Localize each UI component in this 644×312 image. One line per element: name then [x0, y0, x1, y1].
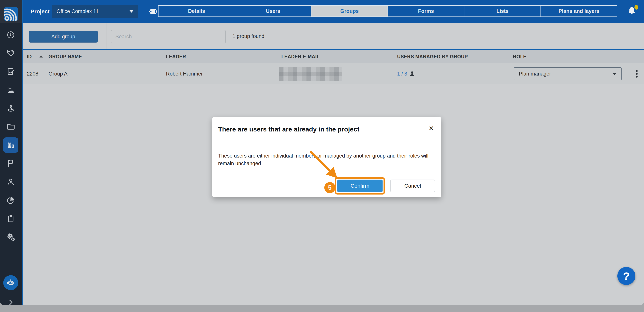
cell-group-name: Group A [48, 63, 68, 84]
pie-chart-icon [6, 196, 15, 205]
dashboard-icon [6, 30, 15, 39]
tab-forms[interactable]: Forms [388, 6, 464, 16]
column-header-leader-email[interactable]: LEADER E-MAIL [281, 50, 320, 63]
sidebar-item-issues[interactable] [3, 156, 18, 171]
tab-plans-and-layers[interactable]: Plans and layers [541, 6, 617, 16]
column-header-role[interactable]: ROLE [513, 50, 526, 63]
sidebar-expand-button[interactable] [7, 298, 14, 305]
notifications-button[interactable] [627, 6, 639, 18]
tags-icon [6, 49, 15, 58]
sidebar-item-documents[interactable] [3, 119, 18, 134]
app-logo-icon[interactable] [4, 7, 18, 21]
kebab-menu-icon [636, 70, 638, 72]
screen: Project Office Complex 11 Details Users … [0, 0, 644, 312]
document-edit-icon [6, 67, 15, 76]
sidebar-item-tags[interactable] [3, 46, 18, 61]
buildings-icon [6, 141, 15, 150]
chevron-down-icon [130, 10, 134, 13]
role-select-value: Plan manager [519, 71, 612, 77]
sidebar-item-reports[interactable] [3, 192, 18, 208]
results-count: 1 group found [232, 23, 264, 50]
column-header-users-managed[interactable]: USERS MANAGED BY GROUP [397, 50, 468, 63]
column-header-group-name[interactable]: GROUP NAME [48, 50, 82, 63]
dialog-actions: Confirm Cancel [335, 177, 435, 194]
sidebar-item-settings[interactable] [3, 230, 18, 245]
project-selector-value: Office Complex 11 [56, 8, 130, 14]
row-menu-button[interactable] [633, 69, 640, 78]
sidebar-item-statistics[interactable] [3, 82, 18, 98]
table-header: ID GROUP NAME LEADER LEADER E-MAIL USERS… [23, 50, 644, 63]
column-header-id[interactable]: ID [27, 50, 32, 63]
clipboard-icon [6, 214, 15, 223]
chevron-down-icon [612, 73, 616, 75]
person-icon [6, 178, 15, 186]
tag-icon[interactable] [149, 7, 157, 16]
cell-leader: Robert Hammer [166, 63, 203, 84]
search-input[interactable] [111, 30, 226, 43]
project-selector[interactable]: Office Complex 11 [52, 4, 138, 18]
add-group-button[interactable]: Add group [29, 31, 98, 42]
chart-icon [6, 86, 15, 94]
users-managed-link[interactable]: 1 / 3 [397, 63, 407, 84]
sidebar-item-dashboard[interactable] [3, 27, 18, 42]
dialog-title: There are users that are already in the … [218, 126, 360, 133]
sidebar-item-forms[interactable] [3, 64, 18, 79]
sidebar-item-users[interactable] [3, 174, 18, 190]
tab-groups[interactable]: Groups [312, 6, 388, 16]
top-bar: Project Office Complex 11 Details Users … [23, 0, 644, 23]
gears-icon [6, 233, 15, 242]
assistant-button[interactable] [3, 275, 18, 290]
robot-icon [6, 278, 16, 288]
close-icon[interactable]: ✕ [428, 125, 434, 132]
chevron-right-icon [10, 300, 12, 304]
annotation-arrow-icon [305, 148, 345, 184]
cancel-button[interactable]: Cancel [390, 180, 435, 192]
sort-ascending-icon [40, 56, 43, 58]
annotation-step-badge: 5 [324, 182, 336, 193]
sidebar-item-site-persons[interactable] [3, 100, 18, 116]
folder-icon [6, 122, 15, 131]
tab-users[interactable]: Users [235, 6, 312, 16]
role-select[interactable]: Plan manager [514, 67, 622, 80]
cell-id: 2208 [27, 63, 38, 84]
sidebar-item-checklists[interactable] [3, 211, 18, 226]
tab-details[interactable]: Details [158, 6, 235, 16]
person-icon [409, 70, 416, 77]
cell-leader-email-redacted [279, 67, 342, 81]
toolbar-divider [106, 23, 107, 49]
notification-badge [634, 5, 638, 10]
tab-bar: Details Users Groups Forms Lists Plans a… [158, 5, 617, 17]
person-location-icon [6, 104, 15, 113]
sidebar-item-projects[interactable] [3, 138, 18, 153]
app-window: Project Office Complex 11 Details Users … [0, 0, 644, 305]
help-button[interactable]: ? [617, 267, 636, 285]
table-row: 2208 Group A Robert Hammer 1 / 3 Plan ma… [23, 63, 644, 84]
tab-lists[interactable]: Lists [464, 6, 541, 16]
project-label: Project [31, 0, 50, 23]
flag-icon [6, 159, 15, 168]
sidebar [0, 0, 23, 305]
logo-area [0, 0, 22, 23]
column-header-leader[interactable]: LEADER [166, 50, 186, 63]
